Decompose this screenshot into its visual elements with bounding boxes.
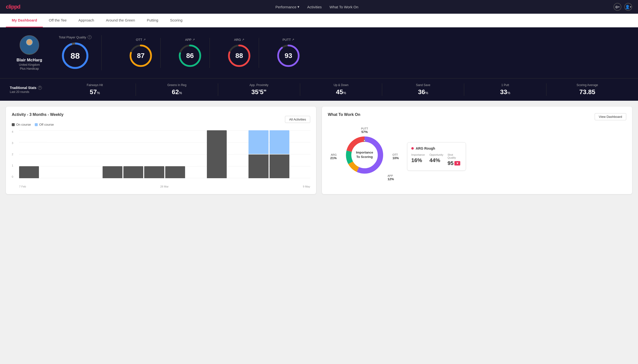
on-course-bar: [144, 166, 164, 178]
stat-scoring-average: Scoring Average 73.85: [546, 83, 628, 96]
nav-activities[interactable]: Activities: [307, 5, 322, 9]
stat-up-and-down: Up & Down 45%: [300, 83, 382, 96]
score-arg: ARG ↗ 88: [220, 38, 259, 68]
chart-legend: On course Off course: [12, 123, 63, 126]
off-course-bar: [270, 130, 289, 154]
arg-metrics: Importance 16% Opportunity 44% Shot Qual…: [411, 153, 462, 166]
view-dashboard-button[interactable]: View Dashboard: [595, 113, 626, 120]
nav-right: ⊕ ▾ 👤 ▾: [613, 3, 632, 11]
on-course-bar: [207, 130, 227, 178]
on-course-bar: [270, 154, 289, 178]
nav-performance[interactable]: Performance ▾: [275, 5, 299, 9]
on-course-bar: [103, 166, 122, 178]
tab-my-dashboard[interactable]: My Dashboard: [6, 14, 43, 28]
bar-group: [19, 130, 39, 178]
info-icon[interactable]: ?: [88, 35, 92, 39]
donut-dot: [364, 140, 365, 142]
tab-scoring[interactable]: Scoring: [164, 14, 188, 28]
svg-text:Importance: Importance: [356, 150, 373, 154]
stat-fairways-hit: Fairways Hit 57%: [54, 83, 136, 96]
tab-bar: My Dashboard Off the Tee Approach Around…: [0, 14, 638, 28]
total-quality-label: Total Player Quality ?: [59, 35, 92, 39]
legend-off-course: Off course: [35, 123, 54, 126]
bar-group: [165, 130, 185, 178]
bar-group: [207, 130, 227, 178]
on-course-bar: [123, 166, 143, 178]
chart-header: Activity - 3 Months - Weekly On course O…: [12, 112, 310, 126]
traditional-stats: Traditional Stats ? Last 20 rounds Fairw…: [0, 78, 638, 101]
arrow-icon: ↗: [143, 38, 146, 41]
donut-label-app: OTT 10%: [392, 153, 399, 160]
bar-group: [186, 130, 206, 178]
arg-opportunity: Opportunity 44%: [430, 153, 444, 166]
on-course-bar: [19, 166, 39, 178]
total-score-value: 88: [71, 51, 80, 61]
svg-rect-4: [24, 47, 35, 54]
tab-off-the-tee[interactable]: Off the Tee: [43, 14, 73, 28]
tab-approach[interactable]: Approach: [73, 14, 100, 28]
donut-label-putt: ARG 21%: [330, 153, 337, 160]
tab-around-the-green[interactable]: Around the Green: [100, 14, 141, 28]
legend-on-course: On course: [12, 123, 31, 126]
total-score-circle: 88: [61, 41, 90, 70]
trad-label: Traditional Stats ? Last 20 rounds: [10, 86, 54, 94]
player-info: Blair McHarg United Kingdom Plus Handica…: [10, 35, 49, 70]
bar-group: [270, 130, 289, 178]
player-name: Blair McHarg: [17, 58, 42, 62]
logo: clippd: [6, 4, 20, 10]
on-course-bar: [249, 154, 268, 178]
user-icon: 👤: [625, 5, 630, 9]
wtwon-content: PUTT 57% OTT 10% APP 12% ARG 21%: [328, 125, 626, 188]
main-content: Activity - 3 Months - Weekly On course O…: [0, 101, 638, 200]
nav-what-to-work-on[interactable]: What To Work On: [330, 5, 358, 9]
bar-group: [249, 130, 268, 178]
ott-circle: 87: [129, 44, 153, 68]
bar-group: [144, 130, 164, 178]
on-course-dot: [12, 123, 15, 126]
arrow-icon: ↗: [242, 38, 244, 41]
nav-links: Performance ▾ Activities What To Work On: [275, 5, 358, 9]
arrow-icon: ↗: [292, 38, 294, 41]
stat-greens-in-reg: Greens In Reg 62%: [136, 83, 218, 96]
plus-icon: ⊕: [615, 5, 618, 9]
svg-text:To Scoring: To Scoring: [356, 155, 373, 159]
bar-group: [82, 130, 102, 178]
arg-dot: [411, 147, 414, 150]
arg-badge: ▼: [454, 161, 460, 166]
avatar: [20, 35, 39, 55]
bar-chart-area: 4 3 2 1 0: [12, 130, 310, 184]
score-putt: PUTT ↗ 93: [269, 38, 308, 68]
bar-group: [228, 130, 248, 178]
add-button[interactable]: ⊕ ▾: [613, 3, 621, 11]
x-axis-labels: 7 Feb 28 Mar 9 May: [12, 185, 310, 188]
what-to-work-on-card: What To Work On View Dashboard PUTT 57% …: [322, 106, 632, 194]
bar-group: [290, 130, 310, 178]
arg-card-title: ARG Rough: [411, 146, 462, 150]
trad-subtitle: Last 20 rounds: [10, 90, 54, 94]
donut-label-arg: APP 12%: [387, 174, 394, 181]
bar-group: [61, 130, 81, 178]
all-activities-button[interactable]: All Activities: [285, 116, 310, 123]
wtwon-title: What To Work On: [328, 112, 360, 117]
arg-importance: Importance 16%: [411, 153, 426, 166]
user-button[interactable]: 👤 ▾: [624, 3, 632, 11]
ott-value: 87: [137, 52, 144, 60]
stat-1-putt: 1 Putt 33%: [464, 83, 546, 96]
chevron-down-icon: ▾: [630, 6, 631, 8]
off-course-bar: [249, 130, 268, 154]
chevron-down-icon: ▾: [618, 6, 620, 8]
tab-putting[interactable]: Putting: [141, 14, 164, 28]
app-value: 86: [186, 52, 194, 60]
top-nav: clippd Performance ▾ Activities What To …: [0, 0, 638, 14]
arrow-icon: ↗: [192, 38, 195, 41]
bars-container: [19, 130, 310, 178]
bar-group: [123, 130, 143, 178]
stat-items: Fairways Hit 57% Greens In Reg 62% App. …: [54, 83, 628, 96]
chevron-down-icon: ▾: [297, 5, 299, 9]
dashboard-header: Blair McHarg United Kingdom Plus Handica…: [0, 28, 638, 78]
score-app: APP ↗ 86: [170, 38, 210, 68]
y-axis-labels: 4 3 2 1 0: [12, 130, 13, 178]
bar-group: [40, 130, 60, 178]
trad-info-icon[interactable]: ?: [38, 86, 42, 90]
score-ott: OTT ↗ 87: [121, 38, 161, 68]
